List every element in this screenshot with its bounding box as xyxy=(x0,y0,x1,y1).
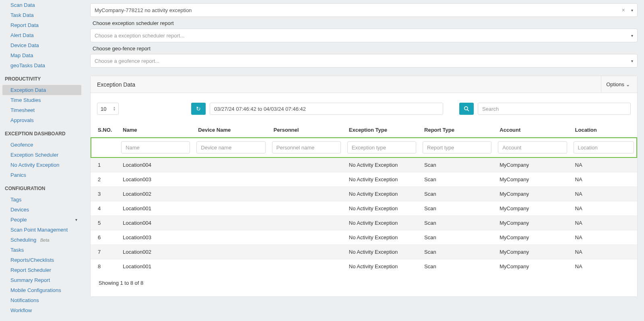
sidebar-item-task-data[interactable]: Task Data xyxy=(0,10,84,20)
sidebar-item-geofence[interactable]: Geofence xyxy=(0,140,84,150)
sidebar-item-device-data[interactable]: Device Data xyxy=(0,40,84,50)
panel-title: Exception Data xyxy=(97,81,135,88)
sidebar-item-panics[interactable]: Panics xyxy=(0,170,84,180)
sidebar-item-geotasks-data[interactable]: geoTasks Data xyxy=(0,60,84,70)
cell-account: MyCompany xyxy=(495,158,570,172)
table-row[interactable]: 8Location001No Activity ExceptionScanMyC… xyxy=(91,259,637,274)
close-icon[interactable]: × xyxy=(622,7,625,13)
th-device-name[interactable]: Device Name xyxy=(193,123,268,137)
sidebar-item-devices[interactable]: Devices xyxy=(0,205,84,215)
cell-name: Location004 xyxy=(118,158,193,172)
filter-personnel-input[interactable] xyxy=(272,141,341,153)
sidebar-item-alert-data[interactable]: Alert Data xyxy=(0,30,84,40)
sidebar-item-scheduling[interactable]: Scheduling Beta xyxy=(0,235,84,245)
sidebar-item-exception-scheduler[interactable]: Exception Scheduler xyxy=(0,150,84,160)
table-row[interactable]: 5Location004No Activity ExceptionScanMyC… xyxy=(91,216,637,230)
sidebar-item-timesheet[interactable]: Timesheet xyxy=(0,105,84,115)
filter-account-input[interactable] xyxy=(498,141,567,153)
cell-name: Location003 xyxy=(118,172,193,187)
cell-sno: 8 xyxy=(91,259,118,274)
cell-exception: No Activity Exception xyxy=(344,158,419,172)
filter-report-type-input[interactable] xyxy=(423,141,491,153)
filter-name-input[interactable] xyxy=(121,141,190,153)
chevron-down-icon[interactable]: ▾ xyxy=(631,8,633,12)
sidebar-item-no-activity-exception[interactable]: No Activity Exception xyxy=(0,160,84,170)
sidebar-item-report-scheduler[interactable]: Report Scheduler xyxy=(0,265,84,275)
search-button[interactable] xyxy=(459,103,474,115)
sidebar-item-exception-data[interactable]: Exception Data xyxy=(2,85,81,95)
sidebar-item-tasks[interactable]: Tasks xyxy=(0,245,84,255)
panel-body: 10 ▴▾ ↻ 03/27/24 07:46:42 to 04/03/24 07… xyxy=(91,93,637,296)
cell-device xyxy=(193,201,268,216)
filter-exception-type-input[interactable] xyxy=(347,141,416,153)
cell-device xyxy=(193,187,268,201)
sidebar-item-scan-data[interactable]: Scan Data xyxy=(0,0,84,10)
cell-exception: No Activity Exception xyxy=(344,172,419,187)
search-input[interactable] xyxy=(478,103,631,115)
cell-personnel xyxy=(269,201,344,216)
table-row[interactable]: 3Location002No Activity ExceptionScanMyC… xyxy=(91,187,637,201)
cell-location: NA xyxy=(570,245,637,259)
exception-report-select[interactable]: MyCompany-778212 no activity exception ×… xyxy=(90,3,638,17)
sidebar-item-time-studies[interactable]: Time Studies xyxy=(0,95,84,105)
cell-sno: 4 xyxy=(91,201,118,216)
chevron-down-icon: ▾ xyxy=(75,217,77,222)
cell-name: Location002 xyxy=(118,187,193,201)
sidebar-item-summary-report[interactable]: Summary Report xyxy=(0,275,84,285)
sidebar-section-exception-dashboard: EXCEPTION DASHBOARD xyxy=(0,128,84,140)
sort-icon: ▴▾ xyxy=(114,106,115,111)
page-length-value: 10 xyxy=(101,106,106,112)
th-report-type[interactable]: Report Type xyxy=(419,123,495,137)
cell-location: NA xyxy=(570,187,637,201)
geofence-report-select[interactable]: Choose a geofence report... ▾ xyxy=(90,54,638,68)
sidebar-item-people[interactable]: People ▾ xyxy=(0,215,84,225)
th-sno[interactable]: S.NO. xyxy=(91,123,118,137)
sidebar-item-reports-checklists[interactable]: Reports/Checklists xyxy=(0,255,84,265)
select-value: MyCompany-778212 no activity exception xyxy=(95,7,192,13)
table-row[interactable]: 7Location002No Activity ExceptionScanMyC… xyxy=(91,245,637,259)
sidebar-item-report-data[interactable]: Report Data xyxy=(0,20,84,30)
cell-location: NA xyxy=(570,259,637,274)
filter-location-input[interactable] xyxy=(574,141,634,153)
sidebar-configuration-group: Tags Devices People ▾ Scan Point Managem… xyxy=(0,195,84,315)
chevron-down-icon[interactable]: ▾ xyxy=(631,59,633,63)
table-row[interactable]: 4Location001No Activity ExceptionScanMyC… xyxy=(91,201,637,216)
sidebar-item-scan-point-management[interactable]: Scan Point Management xyxy=(0,225,84,235)
cell-device xyxy=(193,172,268,187)
table-row[interactable]: 6Location003No Activity ExceptionScanMyC… xyxy=(91,230,637,245)
beta-badge: Beta xyxy=(40,238,50,242)
reload-button[interactable]: ↻ xyxy=(191,103,206,115)
th-name[interactable]: Name xyxy=(118,123,193,137)
filter-device-input[interactable] xyxy=(196,141,265,153)
cell-sno: 7 xyxy=(91,245,118,259)
scheduler-report-select[interactable]: Choose a exception scheduler report... ▾ xyxy=(90,29,638,42)
cell-sno: 5 xyxy=(91,216,118,230)
chevron-down-icon[interactable]: ▾ xyxy=(631,33,633,38)
cell-name: Location003 xyxy=(118,230,193,245)
table-row[interactable]: 2Location003No Activity ExceptionScanMyC… xyxy=(91,172,637,187)
table-row[interactable]: 1Location004No Activity ExceptionScanMyC… xyxy=(91,158,637,172)
options-menu[interactable]: Options ⌄ xyxy=(601,76,631,93)
table-info: Showing 1 to 8 of 8 xyxy=(91,273,637,292)
cell-report: Scan xyxy=(419,259,495,274)
th-location[interactable]: Location xyxy=(570,123,637,137)
sidebar-item-workflow[interactable]: Workflow xyxy=(0,305,84,315)
sidebar-item-notifications[interactable]: Notifications xyxy=(0,295,84,305)
cell-exception: No Activity Exception xyxy=(344,201,419,216)
cell-name: Location004 xyxy=(118,216,193,230)
table-body: 1Location004No Activity ExceptionScanMyC… xyxy=(91,158,637,274)
date-range-picker[interactable]: 03/27/24 07:46:42 to 04/03/24 07:46:42 xyxy=(210,103,443,115)
th-exception-type[interactable]: Exception Type xyxy=(344,123,419,137)
cell-sno: 6 xyxy=(91,230,118,245)
page-length-select[interactable]: 10 ▴▾ xyxy=(97,103,119,115)
th-account[interactable]: Account xyxy=(495,123,570,137)
sidebar-item-tags[interactable]: Tags xyxy=(0,195,84,205)
sidebar-item-mobile-configurations[interactable]: Mobile Configurations xyxy=(0,285,84,295)
cell-personnel xyxy=(269,216,344,230)
sidebar-exception-dash-group: Geofence Exception Scheduler No Activity… xyxy=(0,140,84,180)
sidebar-item-approvals[interactable]: Approvals xyxy=(0,115,84,125)
cell-sno: 2 xyxy=(91,172,118,187)
cell-device xyxy=(193,158,268,172)
th-personnel[interactable]: Personnel xyxy=(269,123,344,137)
sidebar-item-map-data[interactable]: Map Data xyxy=(0,50,84,60)
